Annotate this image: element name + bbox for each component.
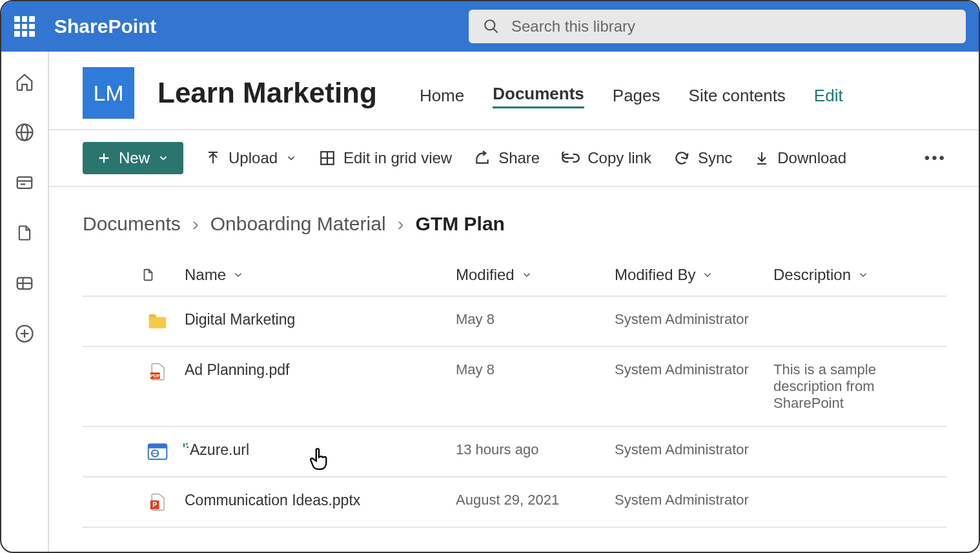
download-button[interactable]: Download — [754, 149, 846, 167]
column-description[interactable]: Description — [773, 266, 946, 284]
app-launcher-icon[interactable] — [14, 16, 35, 37]
modified-by-cell: System Administrator — [615, 441, 773, 458]
list-icon[interactable] — [14, 272, 36, 294]
breadcrumb: Documents›Onboarding Material›GTM Plan — [49, 187, 979, 241]
svg-text:PDF: PDF — [150, 373, 160, 379]
create-icon[interactable] — [14, 323, 36, 345]
nav-site-contents[interactable]: Site contents — [689, 86, 786, 108]
copy-link-button[interactable]: Copy link — [562, 149, 651, 167]
edit-grid-button[interactable]: Edit in grid view — [319, 149, 452, 167]
nav-pages[interactable]: Pages — [613, 86, 660, 108]
site-nav: HomeDocumentsPagesSite contentsEdit — [420, 67, 843, 119]
column-modified-by[interactable]: Modified By — [615, 266, 773, 284]
svg-line-1 — [493, 28, 498, 33]
home-icon[interactable] — [14, 71, 36, 93]
folder-icon — [147, 311, 168, 332]
svg-text:P: P — [152, 501, 157, 508]
new-indicator-icon — [179, 439, 189, 456]
new-button-label: New — [119, 149, 150, 167]
breadcrumb-item: GTM Plan — [416, 213, 505, 235]
suite-bar: SharePoint — [1, 1, 979, 52]
breadcrumb-item[interactable]: Documents — [83, 213, 181, 235]
document-table: Name Modified Modified By Description Di… — [83, 254, 946, 528]
chevron-right-icon: › — [398, 213, 404, 235]
nav-home[interactable]: Home — [420, 86, 464, 108]
svg-rect-27 — [148, 444, 167, 448]
upload-button[interactable]: Upload — [205, 149, 297, 167]
modified-cell: 13 hours ago — [456, 441, 615, 458]
column-modified[interactable]: Modified — [456, 266, 615, 284]
modified-cell: May 8 — [456, 361, 615, 378]
brand-label[interactable]: SharePoint — [54, 15, 156, 37]
site-header: LM Learn Marketing HomeDocumentsPagesSit… — [49, 67, 979, 119]
new-button[interactable]: New — [83, 142, 183, 174]
modified-by-cell: System Administrator — [615, 361, 773, 378]
svg-point-0 — [485, 20, 495, 30]
table-header-row: Name Modified Modified By Description — [83, 254, 946, 297]
chevron-right-icon: › — [192, 213, 199, 235]
url-icon — [147, 441, 168, 462]
modified-cell: May 8 — [456, 311, 615, 328]
table-row[interactable]: PCommunication Ideas.pptxAugust 29, 2021… — [83, 478, 946, 528]
modified-by-cell: System Administrator — [615, 492, 773, 508]
pptx-icon: P — [147, 492, 168, 512]
table-row[interactable]: Digital MarketingMay 8System Administrat… — [83, 297, 946, 347]
search-icon — [483, 18, 500, 35]
site-title: Learn Marketing — [158, 77, 377, 109]
share-button[interactable]: Share — [474, 149, 540, 167]
site-logo[interactable]: LM — [83, 67, 134, 119]
nav-edit[interactable]: Edit — [814, 86, 843, 108]
file-name[interactable]: Azure.url — [185, 441, 456, 459]
search-input[interactable] — [511, 17, 952, 35]
more-commands-button[interactable]: ••• — [924, 149, 946, 167]
svg-rect-5 — [17, 177, 32, 188]
svg-line-31 — [186, 443, 188, 445]
file-icon[interactable] — [14, 222, 36, 244]
column-file-type[interactable] — [141, 266, 185, 283]
file-name[interactable]: Communication Ideas.pptx — [185, 492, 456, 509]
modified-by-cell: System Administrator — [615, 311, 773, 328]
modified-cell: August 29, 2021 — [456, 492, 615, 508]
pdf-icon: PDF — [147, 361, 168, 382]
news-icon[interactable] — [14, 172, 36, 194]
file-name[interactable]: Digital Marketing — [185, 311, 456, 328]
globe-icon[interactable] — [14, 121, 36, 143]
app-bar — [1, 52, 49, 552]
table-row[interactable]: Azure.url13 hours agoSystem Administrato… — [83, 427, 946, 478]
search-box[interactable] — [469, 10, 966, 43]
command-bar: New Upload Edit in grid view Share — [49, 130, 979, 187]
description-cell: This is a sample description from ShareP… — [773, 361, 946, 412]
nav-documents[interactable]: Documents — [493, 84, 584, 108]
file-name[interactable]: Ad Planning.pdf — [185, 361, 456, 379]
column-name[interactable]: Name — [185, 266, 456, 284]
table-row[interactable]: PDFAd Planning.pdfMay 8System Administra… — [83, 347, 946, 427]
sync-button[interactable]: Sync — [673, 149, 732, 167]
breadcrumb-item[interactable]: Onboarding Material — [210, 213, 386, 235]
